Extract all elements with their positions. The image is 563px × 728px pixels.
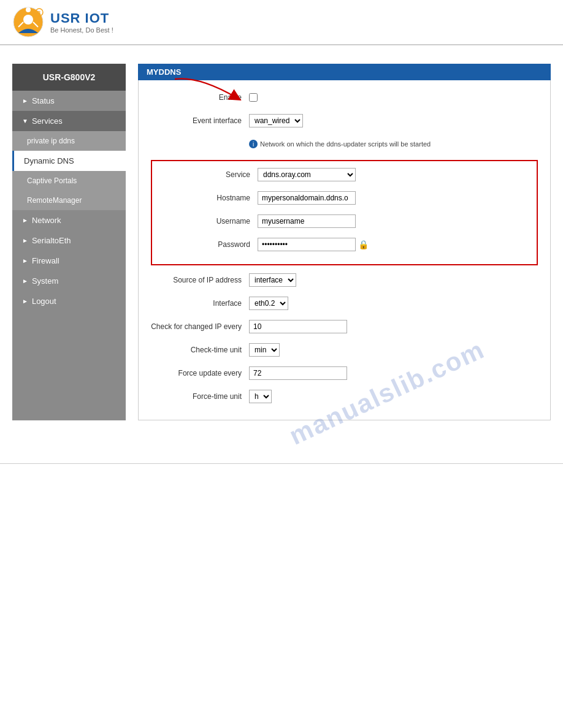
force-time-unit-select[interactable]: h <box>249 390 272 403</box>
force-time-unit-label: Force-time unit <box>151 392 249 401</box>
event-interface-row: Event interface wan_wired <box>151 112 538 129</box>
interface-label: Interface <box>151 299 249 308</box>
myddns-panel: MYDDNS Enable Event interface wan_wired <box>138 64 551 420</box>
username-row: Username <box>159 213 529 230</box>
event-interface-select[interactable]: wan_wired <box>249 114 303 127</box>
sidebar-item-captive-portals[interactable]: Captive Portals <box>12 171 126 191</box>
sidebar-item-system[interactable]: ► System <box>12 271 126 291</box>
panel-title: MYDDNS <box>138 64 551 80</box>
sidebar-item-label: SerialtoEth <box>32 236 71 245</box>
sidebar-item-label: Services <box>32 116 63 126</box>
check-time-unit-value: min <box>249 343 538 357</box>
sidebar-item-dynamic-dns[interactable]: Dynamic DNS <box>12 151 126 171</box>
check-changed-row: Check for changed IP every <box>151 318 538 335</box>
password-row: Password 🔒 <box>159 236 529 253</box>
force-update-label: Force update every <box>151 369 249 377</box>
hostname-label: Hostname <box>159 194 258 202</box>
hostname-row: Hostname <box>159 189 529 207</box>
sidebar-item-serial-to-eth[interactable]: ► SerialtoEth <box>12 230 126 251</box>
force-time-unit-row: Force-time unit h <box>151 388 538 405</box>
source-ip-value: interface <box>249 273 538 287</box>
password-label: Password <box>159 240 258 249</box>
service-row: Service ddns.oray.com <box>159 166 529 183</box>
sidebar-item-remote-manager[interactable]: RemoteManager <box>12 191 126 210</box>
main-container: USR-G800V2 ► Status ▼ Services private i… <box>0 45 563 439</box>
check-time-unit-label: Check-time unit <box>151 346 249 354</box>
service-value: ddns.oray.com <box>258 168 529 181</box>
content-area: MYDDNS Enable Event interface wan_wired <box>126 64 551 420</box>
enable-value <box>249 93 538 102</box>
check-time-unit-row: Check-time unit min <box>151 341 538 358</box>
sidebar-item-label: Status <box>32 96 55 105</box>
page-header: R USR IOT Be Honest, Do Best ! <box>0 0 563 45</box>
sidebar-item-label: System <box>32 276 58 286</box>
brand-name: USR IOT <box>50 10 113 26</box>
event-interface-value: wan_wired <box>249 114 538 127</box>
hostname-value <box>258 191 529 205</box>
check-changed-label: Check for changed IP every <box>151 322 249 331</box>
sidebar-item-label: Firewall <box>32 256 59 265</box>
info-icon: i <box>249 140 258 148</box>
logo-text: USR IOT Be Honest, Do Best ! <box>50 10 113 34</box>
check-time-unit-select[interactable]: min <box>249 343 280 357</box>
interface-row: Interface eth0.2 <box>151 295 538 312</box>
sidebar-item-label: Network <box>32 216 61 225</box>
password-value: 🔒 <box>258 238 529 251</box>
sidebar-item-firewall[interactable]: ► Firewall <box>12 251 126 271</box>
enable-label: Enable <box>151 93 249 102</box>
sidebar-item-status[interactable]: ► Status <box>12 91 126 111</box>
force-update-input[interactable] <box>249 366 347 380</box>
sidebar-item-label: private ip ddns <box>27 137 75 145</box>
sidebar-item-label: Dynamic DNS <box>24 156 74 165</box>
force-time-unit-value: h <box>249 390 538 403</box>
source-ip-select[interactable]: interface <box>249 273 296 287</box>
interface-select[interactable]: eth0.2 <box>249 297 288 310</box>
enable-row: Enable <box>151 89 538 106</box>
credentials-section: Service ddns.oray.com Hostname <box>151 160 538 265</box>
logo-area: R USR IOT Be Honest, Do Best ! <box>12 6 113 38</box>
svg-point-2 <box>23 15 33 25</box>
chevron-right-icon: ► <box>22 237 28 244</box>
password-input[interactable] <box>258 238 356 251</box>
username-input[interactable] <box>258 214 356 228</box>
brand-tagline: Be Honest, Do Best ! <box>50 26 113 34</box>
check-changed-value <box>249 320 538 333</box>
force-update-row: Force update every <box>151 365 538 382</box>
toggle-password-icon[interactable]: 🔒 <box>358 240 369 249</box>
chevron-right-icon: ► <box>22 217 28 224</box>
sidebar-item-logout[interactable]: ► Logout <box>12 291 126 311</box>
sidebar-item-label: Logout <box>32 297 56 306</box>
footer-line <box>0 463 563 464</box>
interface-value: eth0.2 <box>249 297 538 310</box>
source-ip-row: Source of IP address interface <box>151 271 538 289</box>
help-text-content: Network on which the ddns-updater script… <box>260 140 431 148</box>
sidebar-item-label: Captive Portals <box>27 176 77 185</box>
event-interface-help: i Network on which the ddns-updater scri… <box>249 140 538 148</box>
svg-point-1 <box>26 7 31 12</box>
svg-text:R: R <box>37 10 40 15</box>
hostname-input[interactable] <box>258 191 356 205</box>
chevron-right-icon: ► <box>22 257 28 264</box>
service-select[interactable]: ddns.oray.com <box>258 168 356 181</box>
device-name: USR-G800V2 <box>12 64 126 91</box>
chevron-right-icon: ► <box>22 278 28 284</box>
check-changed-input[interactable] <box>249 320 347 333</box>
panel-body: Enable Event interface wan_wired <box>138 80 551 420</box>
logo-icon: R <box>12 6 44 38</box>
sidebar: USR-G800V2 ► Status ▼ Services private i… <box>12 64 126 420</box>
chevron-right-icon: ► <box>22 97 28 104</box>
chevron-down-icon: ▼ <box>22 118 28 124</box>
sidebar-item-services[interactable]: ▼ Services <box>12 111 126 131</box>
source-ip-label: Source of IP address <box>151 276 249 284</box>
event-interface-label: Event interface <box>151 116 249 125</box>
service-label: Service <box>159 170 258 179</box>
chevron-right-icon: ► <box>22 298 28 305</box>
enable-checkbox[interactable] <box>249 93 258 102</box>
sidebar-item-private-ip-ddns[interactable]: private ip ddns <box>12 131 126 151</box>
username-value <box>258 214 529 228</box>
force-update-value <box>249 366 538 380</box>
sidebar-item-network[interactable]: ► Network <box>12 210 126 230</box>
username-label: Username <box>159 217 258 226</box>
sidebar-item-label: RemoteManager <box>27 196 82 205</box>
event-interface-help-row: i Network on which the ddns-updater scri… <box>151 135 538 153</box>
